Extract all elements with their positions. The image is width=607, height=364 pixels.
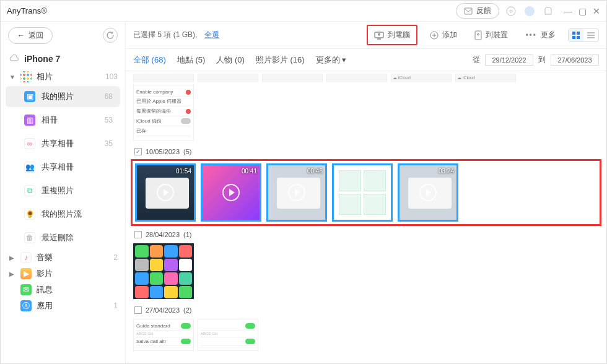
device-icon bbox=[474, 30, 482, 40]
photos-icon bbox=[20, 71, 32, 82]
add-button[interactable]: 添加 bbox=[425, 27, 462, 43]
svg-point-1 bbox=[507, 7, 515, 15]
sidebar-group-photos[interactable]: ▼ 相片 103 bbox=[1, 69, 125, 85]
video-thumb[interactable]: 00:46 bbox=[266, 163, 327, 222]
user-icon[interactable] bbox=[523, 4, 536, 18]
svg-rect-0 bbox=[465, 8, 472, 14]
thumb[interactable] bbox=[326, 74, 387, 82]
sidebar-item-shared-1[interactable]: ∞ 共享相冊 35 bbox=[6, 133, 120, 154]
thumb[interactable] bbox=[198, 74, 258, 82]
thumb[interactable]: Enable company 已用於 Apple 伺服器 每周保留的備份 iCl… bbox=[133, 85, 194, 141]
date-range: 從 29/12/2022 到 27/06/2023 bbox=[473, 54, 599, 66]
grid-view-button[interactable] bbox=[569, 29, 583, 41]
maximize-icon[interactable]: ▢ bbox=[579, 6, 587, 16]
thumb-row: ☁︎ iCloud ☁︎ iCloud bbox=[131, 71, 601, 82]
thumb[interactable]: Guida standard ABCD GH Salva dati altr bbox=[133, 319, 194, 351]
titlebar: AnyTrans® 反饋 — ▢ ✕ bbox=[1, 1, 606, 22]
filterbar: 全部 (68) 地點 (5) 人物 (0) 照片影片 (16) 更多的 ▾ 從 … bbox=[126, 49, 606, 71]
feedback-button[interactable]: 反饋 bbox=[456, 3, 499, 19]
picture-icon: ▣ bbox=[24, 91, 35, 102]
thumb[interactable]: ABCD GH bbox=[198, 319, 258, 351]
sidebar-item-albums[interactable]: ▥ 相冊 53 bbox=[6, 110, 120, 131]
list-view-button[interactable] bbox=[583, 29, 598, 41]
thumb-row: Enable company 已用於 Apple 伺服器 每周保留的備份 iCl… bbox=[131, 82, 601, 143]
play-icon bbox=[288, 184, 305, 201]
message-icon: ✉ bbox=[20, 284, 32, 295]
sunflower-icon: 🌻 bbox=[24, 209, 35, 220]
svg-rect-7 bbox=[572, 32, 575, 35]
to-device-button[interactable]: 到裝置 bbox=[469, 27, 513, 43]
trash-icon: 🗑 bbox=[24, 232, 35, 243]
pc-icon bbox=[374, 31, 384, 40]
album-icon: ▥ bbox=[24, 115, 35, 126]
music-icon: ♪ bbox=[20, 252, 32, 263]
back-button[interactable]: ← 返回 bbox=[8, 27, 53, 44]
gallery: ☁︎ iCloud ☁︎ iCloud Enable company 已用於 A… bbox=[126, 71, 606, 364]
group-header[interactable]: 27/04/2023 (2) bbox=[131, 304, 601, 316]
sidebar-group-videos[interactable]: ▶ ▶ 影片 bbox=[1, 266, 125, 282]
sidebar-group-apps[interactable]: ▶ Ⓐ 應用 1 bbox=[1, 298, 125, 314]
group-header[interactable]: ✓ 10/05/2023 (5) bbox=[131, 145, 601, 158]
list-icon bbox=[587, 32, 595, 39]
cart-icon[interactable] bbox=[541, 4, 555, 18]
date-to-input[interactable]: 27/06/2023 bbox=[551, 54, 599, 66]
copy-icon: ⧉ bbox=[24, 185, 35, 196]
refresh-button[interactable] bbox=[103, 28, 118, 43]
date-from-input[interactable]: 29/12/2022 bbox=[485, 54, 533, 66]
svg-point-3 bbox=[525, 6, 535, 16]
device-name[interactable]: iPhone 7 bbox=[1, 49, 125, 69]
more-button[interactable]: ••• 更多 bbox=[520, 27, 561, 43]
sidebar-group-messages[interactable]: ▶ ✉ 訊息 bbox=[1, 282, 125, 298]
view-toggle bbox=[568, 28, 599, 42]
chevron-down-icon: ▾ bbox=[342, 55, 346, 64]
thumb-row bbox=[131, 241, 601, 301]
checkbox-icon[interactable] bbox=[134, 231, 142, 238]
svg-rect-9 bbox=[572, 36, 575, 39]
thumb[interactable] bbox=[133, 74, 194, 82]
svg-rect-8 bbox=[577, 32, 580, 35]
sidebar-item-my-photos[interactable]: ▣ 我的照片 68 bbox=[6, 86, 120, 107]
tab-people[interactable]: 人物 (0) bbox=[216, 54, 245, 66]
content: 已選擇 5 項 (1 GB), 全選 到電腦 添加 到裝置 ••• 更多 bbox=[126, 22, 606, 364]
selected-group: 01:54 00:41 00:46 bbox=[131, 159, 601, 226]
thumb[interactable] bbox=[133, 243, 194, 299]
minimize-icon[interactable]: — bbox=[564, 6, 572, 16]
video-thumb[interactable]: 00:41 bbox=[201, 163, 261, 222]
video-thumb[interactable]: 03:24 bbox=[398, 163, 458, 222]
video-thumb[interactable]: 01:54 bbox=[135, 163, 196, 222]
window-controls: — ▢ ✕ bbox=[564, 6, 600, 16]
play-icon bbox=[419, 184, 437, 201]
thumb[interactable]: ☁︎ iCloud bbox=[391, 74, 452, 82]
sidebar-group-music[interactable]: ▶ ♪ 音樂 2 bbox=[1, 249, 125, 266]
to-pc-button[interactable]: 到電腦 bbox=[367, 25, 417, 45]
group-header[interactable]: 28/04/2023 (1) bbox=[131, 228, 601, 241]
grid-icon bbox=[572, 32, 580, 39]
caret-right-icon: ▶ bbox=[9, 271, 15, 277]
thumb[interactable] bbox=[262, 74, 323, 82]
sidebar-item-photostream[interactable]: 🌻 我的照片流 bbox=[6, 204, 120, 225]
close-icon[interactable]: ✕ bbox=[593, 6, 600, 16]
arrow-left-icon: ← bbox=[17, 31, 25, 40]
svg-rect-10 bbox=[577, 36, 580, 39]
sidebar-item-recently-deleted[interactable]: 🗑 最近刪除 bbox=[6, 227, 120, 248]
selection-info: 已選擇 5 項 (1 GB), bbox=[133, 30, 197, 40]
caret-right-icon: ▶ bbox=[9, 254, 15, 261]
app-store-icon: Ⓐ bbox=[20, 300, 32, 311]
thumb-row: Guida standard ABCD GH Salva dati altr A… bbox=[131, 316, 601, 353]
tab-photos-videos[interactable]: 照片影片 (16) bbox=[256, 54, 305, 66]
thumb[interactable]: ☁︎ iCloud bbox=[455, 74, 516, 82]
help-icon[interactable] bbox=[504, 4, 518, 18]
dots-icon: ••• bbox=[525, 31, 537, 40]
checkbox-icon[interactable] bbox=[134, 306, 142, 314]
tab-places[interactable]: 地點 (5) bbox=[177, 54, 206, 66]
share-icon: ∞ bbox=[24, 138, 35, 149]
app-name: AnyTrans® bbox=[7, 6, 47, 15]
sidebar-item-shared-2[interactable]: 👥 共享相冊 bbox=[6, 157, 120, 178]
sidebar-item-duplicates[interactable]: ⧉ 重複照片 bbox=[6, 180, 120, 201]
checkbox-icon[interactable]: ✓ bbox=[134, 148, 142, 155]
toolbar: 已選擇 5 項 (1 GB), 全選 到電腦 添加 到裝置 ••• 更多 bbox=[126, 22, 606, 49]
select-all-link[interactable]: 全選 bbox=[204, 30, 219, 40]
photo-thumb[interactable] bbox=[332, 163, 393, 222]
tab-all[interactable]: 全部 (68) bbox=[133, 54, 166, 66]
tab-more[interactable]: 更多的 ▾ bbox=[316, 54, 347, 66]
